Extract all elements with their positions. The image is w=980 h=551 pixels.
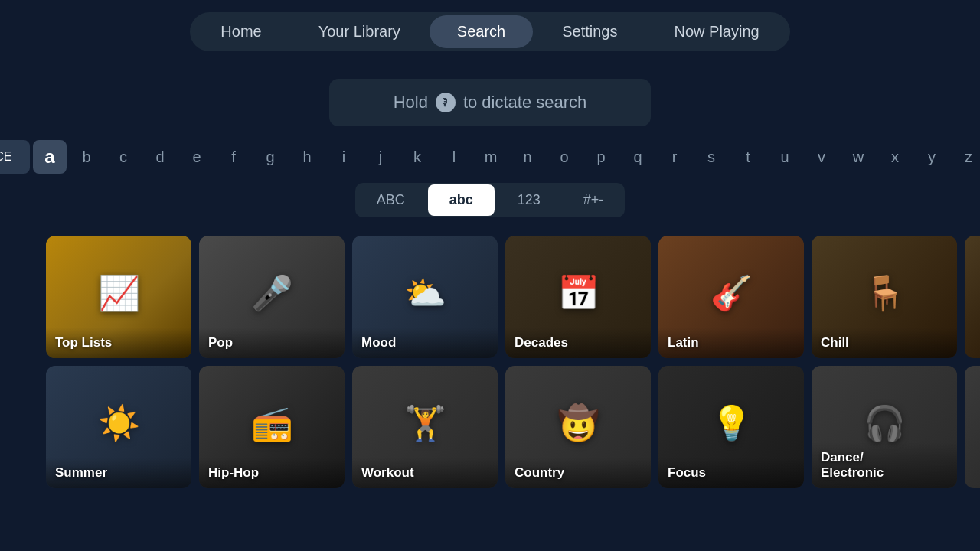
focus-icon: 💡	[710, 403, 753, 443]
category-workout[interactable]: 🏋️ Workout	[352, 366, 498, 488]
key-n[interactable]: n	[511, 140, 544, 174]
key-j[interactable]: j	[364, 140, 397, 174]
mood-label: Mood	[361, 335, 396, 350]
mode-abc-upper[interactable]: ABC	[355, 183, 426, 217]
key-f[interactable]: f	[217, 140, 250, 174]
category-mood[interactable]: ⛅ Mood	[352, 236, 498, 358]
key-v[interactable]: v	[805, 140, 838, 174]
tab-home[interactable]: Home	[193, 15, 289, 48]
key-p[interactable]: p	[584, 140, 618, 174]
category-toplists[interactable]: 📈 Top Lists	[46, 236, 191, 358]
partial-card-right	[965, 236, 980, 358]
key-o[interactable]: o	[547, 140, 581, 174]
category-latin[interactable]: 🎸 Latin	[658, 236, 804, 358]
mode-abc-lower[interactable]: abc	[428, 184, 495, 216]
dictate-hold: Hold	[394, 93, 428, 112]
category-focus[interactable]: 💡 Focus	[658, 366, 804, 488]
category-country[interactable]: 🤠 Country	[505, 366, 651, 488]
key-k[interactable]: k	[400, 140, 434, 174]
category-row-1: 📈 Top Lists 🎤 Pop ⛅ Mood 📅 Decades 🎸 Lat…	[46, 236, 934, 358]
nav-bar: Home Your Library Search Settings Now Pl…	[0, 0, 980, 64]
tab-search[interactable]: Search	[430, 15, 533, 48]
tab-library[interactable]: Your Library	[291, 15, 428, 48]
key-r[interactable]: r	[658, 140, 691, 174]
chill-icon: 🪑	[864, 273, 906, 313]
workout-label: Workout	[361, 465, 414, 480]
latin-label: Latin	[668, 335, 699, 350]
dance-icon: 🎧	[864, 403, 906, 443]
dance-label: Dance/ Electronic	[821, 450, 884, 480]
dictate-prompt[interactable]: Hold 🎙 to dictate search	[329, 79, 651, 126]
mode-row: ABC abc 123 #+-	[355, 183, 626, 217]
chill-label: Chill	[821, 335, 849, 350]
latin-icon: 🎸	[710, 273, 753, 313]
key-i[interactable]: i	[327, 140, 361, 174]
mood-icon: ⛅	[404, 273, 446, 313]
mode-numbers[interactable]: 123	[496, 183, 562, 217]
key-e[interactable]: e	[180, 140, 214, 174]
key-q[interactable]: q	[621, 140, 655, 174]
search-bar: Hold 🎙 to dictate search	[0, 79, 980, 126]
category-chill[interactable]: 🪑 Chill	[812, 236, 957, 358]
workout-icon: 🏋️	[404, 403, 446, 443]
toplists-icon: 📈	[98, 273, 140, 313]
key-m[interactable]: m	[474, 140, 508, 174]
country-icon: 🤠	[557, 403, 599, 443]
dictate-suffix: to dictate search	[463, 93, 586, 112]
summer-label: Summer	[55, 465, 107, 480]
key-h[interactable]: h	[290, 140, 324, 174]
key-l[interactable]: l	[437, 140, 471, 174]
summer-icon: ☀️	[98, 403, 140, 443]
key-d[interactable]: d	[143, 140, 177, 174]
category-summer[interactable]: ☀️ Summer	[46, 366, 191, 488]
key-g[interactable]: g	[253, 140, 287, 174]
key-s[interactable]: s	[694, 140, 728, 174]
hiphop-label: Hip-Hop	[208, 465, 259, 480]
pop-icon: 🎤	[251, 273, 293, 313]
category-hiphop[interactable]: 📻 Hip-Hop	[199, 366, 345, 488]
category-pop[interactable]: 🎤 Pop	[199, 236, 345, 358]
keyboard-area: SPACE a b c d e f g h i j k l m n o p q …	[0, 140, 980, 217]
mic-icon: 🎙	[436, 93, 456, 112]
focus-label: Focus	[668, 465, 706, 480]
key-c[interactable]: c	[106, 140, 140, 174]
key-z[interactable]: z	[952, 140, 980, 174]
category-decades[interactable]: 📅 Decades	[505, 236, 651, 358]
nav-tabs: Home Your Library Search Settings Now Pl…	[190, 12, 789, 51]
hiphop-icon: 📻	[251, 403, 293, 443]
mode-symbols[interactable]: #+-	[562, 183, 626, 217]
tab-nowplaying[interactable]: Now Playing	[646, 15, 786, 48]
key-u[interactable]: u	[768, 140, 802, 174]
key-space[interactable]: SPACE	[0, 140, 30, 174]
key-b[interactable]: b	[70, 140, 103, 174]
partial-card-right-2	[965, 366, 980, 488]
category-dance[interactable]: 🎧 Dance/ Electronic	[812, 366, 957, 488]
pop-label: Pop	[208, 335, 233, 350]
toplists-label: Top Lists	[55, 335, 112, 350]
categories-section: 📈 Top Lists 🎤 Pop ⛅ Mood 📅 Decades 🎸 Lat…	[0, 236, 980, 488]
category-row-2: ☀️ Summer 📻 Hip-Hop 🏋️ Workout 🤠 Country…	[46, 366, 934, 488]
key-y[interactable]: y	[915, 140, 949, 174]
key-x[interactable]: x	[878, 140, 912, 174]
decades-label: Decades	[514, 335, 568, 350]
country-label: Country	[514, 465, 564, 480]
key-row-main: SPACE a b c d e f g h i j k l m n o p q …	[0, 140, 980, 174]
key-t[interactable]: t	[731, 140, 765, 174]
decades-icon: 📅	[557, 273, 599, 313]
tab-settings[interactable]: Settings	[534, 15, 645, 48]
key-w[interactable]: w	[841, 140, 875, 174]
key-a[interactable]: a	[33, 140, 67, 174]
